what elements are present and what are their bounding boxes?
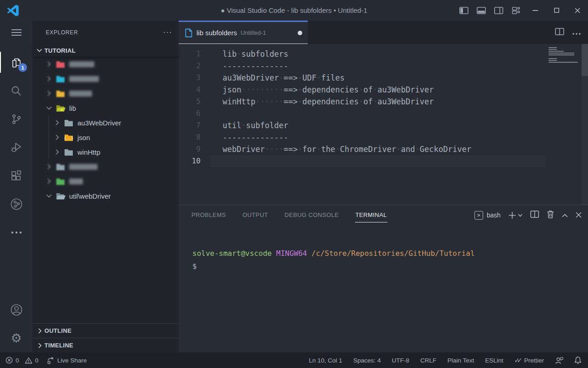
code-line[interactable]: winHttp······==>·dependencies·of·au3WebD… — [211, 96, 588, 108]
close-window-button[interactable] — [567, 0, 588, 21]
tree-section-header[interactable]: TUTORIAL — [33, 44, 179, 57]
tree-item-lib[interactable]: lib — [33, 101, 179, 115]
panel-actions: > bash — [474, 210, 582, 220]
tab-bar: lib subfolders Untitled-1 — [179, 21, 588, 44]
sidebar-item-search[interactable] — [0, 76, 33, 105]
sidebar-item-extensions[interactable] — [0, 162, 33, 190]
code-line[interactable]: util·subfolder — [211, 119, 588, 131]
panel-tabs: PROBLEMS OUTPUT DEBUG CONSOLE TERMINAL — [191, 208, 387, 222]
plus-icon — [508, 211, 516, 219]
sidebar-item-source-control[interactable] — [0, 105, 33, 133]
code-line[interactable]: au3WebDriver·==>·UDF·files — [211, 72, 588, 84]
tree-item-util-webdriver[interactable]: util\webDriver — [33, 189, 179, 203]
encoding-status[interactable]: UTF-8 — [392, 357, 409, 364]
maximize-panel-icon[interactable] — [562, 211, 568, 219]
terminal-output[interactable]: solve-smart@vscode MINGW64 /c/Store/Repo… — [179, 225, 588, 352]
tree-item-label: util\webDriver — [69, 192, 111, 200]
title-bar: ● Visual Studio Code - lib subfolders • … — [0, 0, 588, 21]
activity-bar-spacer — [0, 247, 33, 296]
toggle-sidebar-icon[interactable] — [455, 0, 473, 21]
feedback-icon[interactable] — [555, 357, 563, 364]
more-actions-icon[interactable] — [0, 218, 33, 247]
chevron-down-icon — [45, 194, 53, 198]
bottom-panel: PROBLEMS OUTPUT DEBUG CONSOLE TERMINAL >… — [179, 205, 588, 352]
explorer-more-actions-icon[interactable]: ··· — [163, 28, 172, 37]
chevron-right-icon — [45, 91, 53, 96]
tab-output[interactable]: OUTPUT — [242, 208, 268, 222]
warning-count: 0 — [35, 357, 39, 364]
sidebar-header: EXPLORER ··· — [33, 21, 179, 44]
tree-item-redacted[interactable] — [33, 159, 179, 174]
sidebar-item-explorer[interactable]: 1 — [0, 48, 33, 76]
chevron-down-icon — [518, 214, 523, 217]
sidebar-item-run-debug[interactable] — [0, 133, 33, 162]
tree-item-redacted[interactable] — [33, 71, 179, 86]
eol-status[interactable]: CRLF — [420, 357, 436, 364]
panel-header: PROBLEMS OUTPUT DEBUG CONSOLE TERMINAL >… — [179, 205, 588, 225]
tree-item-redacted[interactable] — [33, 86, 179, 101]
code-line[interactable] — [211, 108, 588, 119]
tree-item-json[interactable]: {..} json — [33, 130, 179, 145]
tree-item-label: lib — [69, 104, 76, 112]
cursor-position-status[interactable]: Ln 10, Col 1 — [309, 357, 343, 364]
toggle-secondary-sidebar-icon[interactable] — [490, 0, 507, 21]
chevron-right-icon — [54, 149, 61, 155]
section-outline[interactable]: OUTLINE — [33, 323, 179, 338]
text-editor[interactable]: 1 2 3 4 5 6 7 8 9 10 lib·subfolders ----… — [179, 44, 588, 205]
editor-scrollbar[interactable] — [582, 44, 588, 205]
redacted-label — [69, 91, 92, 97]
modified-dot-icon[interactable] — [298, 31, 302, 35]
redacted-label — [69, 164, 98, 170]
tab-lib-subfolders[interactable]: lib subfolders Untitled-1 — [179, 21, 308, 44]
editor-more-actions-icon[interactable] — [572, 28, 581, 37]
eslint-status[interactable]: ESLint — [485, 357, 503, 364]
tree-item-redacted[interactable] — [33, 57, 179, 71]
language-mode-status[interactable]: Plain Text — [447, 357, 474, 364]
code-line[interactable]: -------------- — [211, 60, 588, 72]
tree-item-au3webdriver[interactable]: au3WebDriver — [33, 115, 179, 130]
line-number: 8 — [179, 131, 211, 143]
customize-layout-icon[interactable] — [507, 0, 525, 21]
code-line[interactable]: -------------- — [211, 131, 588, 143]
close-panel-icon[interactable] — [576, 211, 582, 220]
tree-item-winhttp[interactable]: winHttp — [33, 145, 179, 159]
menu-icon[interactable] — [0, 21, 33, 44]
shell-selector[interactable]: > bash — [474, 211, 501, 220]
tab-problems[interactable]: PROBLEMS — [191, 208, 226, 222]
code-line[interactable]: webDriver····==>·for·the·ChromeDriver·an… — [211, 143, 588, 155]
minimize-button[interactable] — [525, 0, 546, 21]
toggle-panel-icon[interactable] — [473, 0, 490, 21]
chevron-down-icon — [37, 49, 42, 52]
tab-debug-console[interactable]: DEBUG CONSOLE — [284, 208, 339, 222]
prettier-status[interactable]: ✓✓ Prettier — [514, 357, 544, 364]
code-line[interactable]: json·········==>·dependencies·of·au3WebD… — [211, 84, 588, 96]
minimap[interactable] — [546, 44, 588, 205]
sidebar-item-live-share[interactable] — [0, 190, 33, 218]
prettier-label: Prettier — [524, 357, 544, 364]
notifications-bell-icon[interactable] — [574, 356, 582, 364]
sidebar-bottom-sections: OUTLINE TIMELINE — [33, 323, 179, 352]
split-editor-icon[interactable] — [555, 28, 564, 37]
problems-status[interactable]: 0 0 — [5, 357, 38, 364]
chevron-right-icon — [38, 328, 42, 334]
line-number: 6 — [179, 108, 211, 119]
line-number: 5 — [179, 96, 211, 108]
live-share-icon — [47, 357, 54, 364]
account-icon[interactable] — [0, 296, 33, 324]
section-timeline[interactable]: TIMELINE — [33, 338, 179, 352]
settings-gear-icon[interactable]: ⚙ — [0, 324, 33, 352]
kill-terminal-icon[interactable] — [547, 210, 554, 220]
editor-code-area[interactable]: lib·subfolders -------------- au3WebDriv… — [211, 44, 588, 205]
maximize-button[interactable] — [546, 0, 567, 21]
tab-terminal[interactable]: TERMINAL — [355, 208, 387, 222]
code-line[interactable]: lib·subfolders — [211, 48, 588, 60]
split-terminal-icon[interactable] — [530, 211, 539, 220]
code-line-active[interactable] — [211, 155, 588, 167]
tree-item-redacted[interactable] — [33, 174, 179, 189]
live-share-status[interactable]: Live Share — [47, 357, 87, 364]
scrollbar-thumb[interactable] — [582, 44, 588, 76]
chevron-right-icon — [45, 76, 53, 81]
new-terminal-button[interactable] — [508, 211, 523, 219]
indentation-status[interactable]: Spaces: 4 — [353, 357, 381, 364]
chevron-right-icon — [54, 120, 61, 125]
